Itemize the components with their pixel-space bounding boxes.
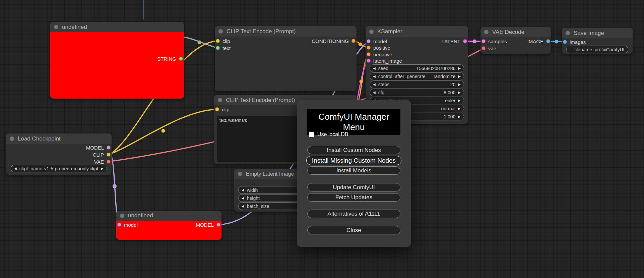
clip-input-connector[interactable]	[216, 39, 220, 43]
node-title-bar[interactable]: undefined	[50, 22, 184, 32]
output-clip: CLIP	[93, 151, 111, 158]
collapse-dot-icon[interactable]	[218, 98, 222, 102]
model-input-connector[interactable]	[367, 39, 371, 43]
link-midpoint-dot[interactable]	[473, 40, 476, 43]
vae-output-connector[interactable]	[107, 160, 111, 164]
widget-cfg[interactable]: ◀ cfg 8.000 ▶	[370, 89, 464, 96]
input-label: clip	[222, 107, 230, 112]
collapse-dot-icon[interactable]	[566, 31, 570, 35]
samples-input-connector[interactable]	[481, 39, 486, 43]
input-negative: negative	[367, 51, 392, 58]
node-save-image: Save Image images filename_prefix ComfyU…	[562, 28, 633, 54]
node-title-bar[interactable]: KSampler	[366, 26, 468, 37]
input-label: samples	[488, 39, 507, 44]
model-output-connector[interactable]	[216, 223, 220, 227]
collapse-dot-icon[interactable]	[218, 29, 223, 34]
model-output-connector[interactable]	[107, 146, 111, 150]
stepper-left-icon[interactable]: ◀	[242, 188, 244, 192]
stepper-left-icon[interactable]: ◀	[242, 205, 244, 208]
latent-output-connector[interactable]	[463, 39, 467, 43]
string-output-connector[interactable]	[179, 57, 183, 61]
positive-input-connector[interactable]	[367, 46, 371, 50]
input-label: vae	[488, 46, 496, 51]
use-local-db-label: Use local DB	[317, 131, 348, 137]
images-input-connector[interactable]	[563, 40, 567, 44]
vae-input-connector[interactable]	[481, 46, 486, 50]
text-input-connector[interactable]	[216, 46, 220, 50]
link-midpoint-dot[interactable]	[198, 41, 201, 44]
output-label: MODEL	[86, 145, 104, 151]
link-midpoint-dot[interactable]	[555, 40, 559, 44]
output-latent: LATENT	[442, 38, 467, 45]
negative-input-connector[interactable]	[367, 52, 371, 56]
widget-filename-prefix[interactable]: filename_prefix ComfyUI	[566, 46, 628, 53]
latent-image-input-connector[interactable]	[367, 59, 371, 63]
fetch-updates-button[interactable]: Fetch Updates	[307, 193, 400, 202]
stepper-right-icon[interactable]: ▶	[458, 107, 461, 110]
link-midpoint-dot[interactable]	[113, 184, 117, 188]
collapse-dot-icon[interactable]	[120, 214, 124, 218]
widget-ckpt-name[interactable]: ◀ ckpt_name v1-5-pruned-emaonly.ckpt ▶	[11, 165, 107, 172]
conditioning-output-connector[interactable]	[351, 39, 356, 43]
input-label: latent_image	[373, 58, 402, 64]
node-title-bar[interactable]: undefined	[116, 211, 221, 221]
stepper-left-icon[interactable]: ◀	[373, 83, 376, 86]
stepper-right-icon[interactable]: ▶	[458, 67, 461, 70]
output-conditioning: CONDITIONING	[312, 38, 356, 44]
link-midpoint-dot[interactable]	[359, 43, 362, 46]
node-title-bar[interactable]: CLIP Text Encode (Prompt)	[215, 26, 357, 37]
use-local-db-row[interactable]: Use local DB	[309, 131, 348, 137]
clip-output-connector[interactable]	[107, 153, 111, 157]
image-output-connector[interactable]	[546, 39, 550, 43]
output-label: CLIP	[93, 152, 104, 158]
collapse-dot-icon[interactable]	[10, 136, 14, 141]
node-title: KSampler	[377, 28, 402, 35]
input-text: text	[216, 45, 231, 51]
input-model: model	[117, 221, 138, 228]
update-comfyui-button[interactable]: Update ComfyUI	[307, 183, 400, 191]
install-custom-nodes-button[interactable]: Install Custom Nodes	[307, 146, 400, 154]
link-midpoint-dot[interactable]	[360, 80, 363, 84]
widget-steps[interactable]: ◀ steps 20 ▶	[370, 80, 464, 88]
alternatives-of-a1111-button[interactable]: Alternatives of A1111	[307, 210, 400, 218]
output-vae: VAE	[94, 158, 111, 165]
input-samples: samples	[481, 38, 507, 45]
stepper-left-icon[interactable]: ◀	[373, 91, 376, 94]
stepper-right-icon[interactable]: ▶	[458, 99, 461, 102]
stepper-right-icon[interactable]: ▶	[458, 75, 461, 78]
node-title-bar[interactable]: Save Image	[562, 28, 633, 38]
widget-control-after-generate[interactable]: ◀ control_after_generate randomize ▶	[370, 72, 464, 80]
output-model: MODEL	[196, 221, 220, 228]
use-local-db-checkbox[interactable]	[309, 132, 314, 137]
stepper-left-icon[interactable]: ◀	[373, 67, 376, 70]
collapse-dot-icon[interactable]	[484, 30, 489, 34]
comfyui-manager-dialog: ComfyUI Manager Menu Use local DB Instal…	[297, 100, 411, 247]
stepper-right-icon[interactable]: ▶	[101, 167, 104, 170]
model-input-connector[interactable]	[117, 223, 121, 227]
stepper-right-icon[interactable]: ▶	[458, 83, 461, 86]
output-label: CONDITIONING	[312, 38, 349, 44]
stepper-left-icon[interactable]: ◀	[373, 75, 376, 78]
input-label: positive	[373, 45, 390, 51]
stepper-right-icon[interactable]: ▶	[458, 115, 461, 118]
collapse-dot-icon[interactable]	[238, 172, 242, 176]
node-title-bar[interactable]: Load Checkpoint	[6, 133, 112, 144]
stepper-left-icon[interactable]: ◀	[14, 167, 17, 170]
node-undefined-top: undefined STRING	[50, 22, 184, 99]
close-button[interactable]: Close	[307, 226, 400, 234]
node-title: Empty Latent Image	[246, 171, 294, 177]
install-models-button[interactable]: Install Models	[307, 166, 400, 175]
widget-seed[interactable]: ◀ seed 156680208700286 ▶	[370, 64, 464, 72]
input-vae: vae	[481, 45, 496, 52]
link-midpoint-dot[interactable]	[162, 129, 165, 133]
collapse-dot-icon[interactable]	[369, 30, 374, 34]
stepper-left-icon[interactable]: ◀	[242, 197, 244, 200]
install-missing-custom-nodes-button[interactable]: Install Missing Custom Nodes	[306, 156, 401, 165]
stepper-right-icon[interactable]: ▶	[458, 91, 461, 94]
collapse-dot-icon[interactable]	[54, 25, 58, 29]
input-positive: positive	[367, 44, 390, 51]
clip-input-connector[interactable]	[215, 107, 219, 111]
node-title-bar[interactable]: VAE Decode	[480, 27, 551, 37]
node-undefined-bottom: undefined model MODEL	[116, 211, 221, 240]
output-label: STRING	[157, 56, 176, 62]
